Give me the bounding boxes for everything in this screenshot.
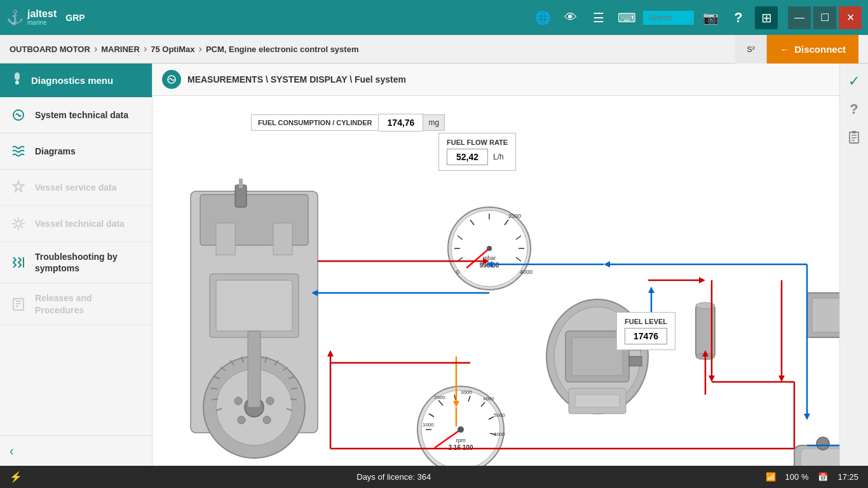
usb-icon: ⚡	[10, 471, 22, 483]
sidebar-header-label: Diagnostics menu	[31, 75, 113, 86]
vessel-technical-data-label: Vessel technical data	[35, 218, 125, 229]
svg-rect-95	[812, 298, 839, 332]
sidebar-item-troubleshooting[interactable]: Troubleshooting by symptoms	[0, 242, 152, 283]
svg-text:2000: 2000	[508, 213, 521, 219]
svg-point-34	[238, 416, 245, 424]
check-icon[interactable]: ✓	[843, 70, 865, 93]
fuel-flow-rate-value: 52,42	[447, 149, 488, 165]
logo-text: jaltest	[27, 9, 57, 19]
clipboard-icon[interactable]	[843, 126, 865, 149]
svg-line-21	[291, 388, 297, 389]
svg-text:4000: 4000	[520, 269, 532, 275]
content-header-icon	[162, 70, 181, 89]
logo-icon: ⚓	[6, 10, 24, 26]
diagrams-label: Diagrams	[35, 146, 76, 157]
svg-text:0: 0	[456, 269, 459, 275]
svg-text:2000: 2000	[434, 395, 445, 400]
close-button[interactable]: ✕	[839, 6, 862, 29]
breadcrumb-sep-1: ›	[94, 43, 97, 55]
sidebar-item-vessel-technical-data: Vessel technical data	[0, 206, 152, 242]
status-bar: ⚡ Days of licence: 364 📶 100 % 📅 17:25	[0, 466, 868, 488]
help-icon[interactable]: ?	[727, 6, 750, 29]
maximize-button[interactable]: ☐	[813, 6, 836, 29]
engine-block	[191, 179, 318, 458]
wifi-icon: 📶	[766, 472, 776, 482]
vessel-technical-data-icon	[10, 215, 27, 233]
svg-rect-137	[852, 131, 856, 133]
diagnostics-icon	[10, 71, 25, 90]
svg-point-35	[263, 416, 271, 424]
svg-text:rpm: rpm	[456, 437, 466, 444]
fuel-flow-rate-widget: FUEL FLOW RATE 52,42 L/h	[438, 133, 516, 171]
high-pressure-component	[807, 293, 839, 337]
right-panel: ✓ ?	[839, 64, 868, 466]
main-layout: Diagnostics menu System technical data	[0, 64, 868, 466]
svg-rect-82	[629, 356, 642, 366]
fuel-level-value: 17476	[625, 328, 667, 344]
question-icon[interactable]: ?	[843, 98, 865, 121]
releases-procedures-label: Releases and Procedures	[35, 292, 142, 315]
sidebar-item-releases-procedures: Releases and Procedures	[0, 283, 152, 325]
svg-rect-9	[235, 185, 247, 207]
svg-point-33	[266, 397, 274, 405]
disconnect-button[interactable]: ← Disconnect	[767, 35, 858, 64]
svg-rect-84	[575, 395, 620, 407]
camera-icon[interactable]: 📷	[699, 6, 722, 29]
breadcrumb-optimax[interactable]: 75 OptiMax	[151, 44, 194, 54]
svg-text:6000: 6000	[494, 431, 505, 437]
svg-line-29	[212, 399, 218, 400]
eye-icon[interactable]: 👁	[559, 6, 582, 29]
logo-sub: marine	[27, 19, 57, 26]
vessel-service-data-label: Vessel service data	[35, 182, 116, 193]
search-input[interactable]	[643, 11, 694, 25]
content-header: MEASUREMENTS \ SYSTEM DISPLAY \ Fuel sys…	[153, 64, 839, 96]
breadcrumb-mariner[interactable]: MARINER	[101, 44, 140, 54]
troubleshooting-label: Troubleshooting by symptoms	[35, 251, 142, 274]
fuel-consumption-unit: mg	[423, 114, 445, 131]
sidebar-item-diagrams[interactable]: Diagrams	[0, 133, 152, 170]
fuel-flow-rate-label: FUEL FLOW RATE	[447, 139, 508, 146]
disconnect-label: Disconnect	[794, 44, 846, 55]
svg-rect-89	[801, 449, 839, 466]
svg-rect-37	[216, 223, 235, 255]
rpm-gauge: 1000 2000 3000 4000 5000 6000 rpm 2 16 1…	[417, 386, 505, 466]
sidebar-header: Diagnostics menu	[0, 64, 152, 97]
breadcrumb-outboard[interactable]: OUTBOARD MOTOR	[10, 44, 90, 54]
grp-label: GRP	[65, 13, 85, 23]
fuel-level-widget: FUEL LEVEL 17476	[616, 312, 675, 350]
svg-rect-10	[239, 179, 243, 188]
svg-point-74	[458, 426, 464, 433]
sidebar: Diagnostics menu System technical data	[0, 64, 153, 466]
fuel-consumption-widget: FUEL CONSUMPTION / CYLINDER 174,76 mg	[251, 114, 445, 132]
breadcrumb-sep-3: ›	[199, 43, 202, 55]
diagram-area: 0 2000 4000 mbar 990.00	[153, 96, 839, 466]
troubleshooting-icon	[10, 254, 27, 271]
svg-line-22	[290, 399, 297, 400]
globe-icon[interactable]: 🌐	[531, 6, 554, 29]
svg-rect-38	[273, 223, 292, 255]
back-arrow-icon: ‹	[10, 444, 14, 458]
svg-rect-80	[572, 337, 623, 376]
breadcrumb-pcm[interactable]: PCM, Engine electronic control system	[206, 44, 359, 54]
minimize-button[interactable]: —	[788, 6, 811, 29]
clock: 17:25	[837, 472, 858, 482]
svg-line-28	[211, 388, 217, 389]
system-technical-data-icon	[10, 106, 27, 124]
diagrams-icon	[10, 142, 27, 160]
sidebar-item-vessel-service-data: Vessel service data	[0, 170, 152, 206]
grid-icon[interactable]: ⊞	[755, 6, 778, 29]
svg-text:2 16 100: 2 16 100	[449, 444, 473, 451]
calendar-icon: 📅	[818, 472, 828, 482]
system-technical-data-label: System technical data	[35, 109, 128, 121]
ss-icon: S²	[735, 35, 767, 64]
window-controls: — ☐ ✕	[788, 6, 862, 29]
sidebar-item-system-technical-data[interactable]: System technical data	[0, 97, 152, 133]
svg-point-32	[234, 397, 242, 405]
keyboard-icon[interactable]: ⌨	[615, 6, 638, 29]
logo: ⚓ jaltest marine GRP	[6, 9, 85, 26]
breadcrumb-bar: OUTBOARD MOTOR › MARINER › 75 OptiMax › …	[0, 35, 868, 64]
disconnect-area: S² ← Disconnect	[735, 35, 858, 64]
sidebar-back-button[interactable]: ‹	[0, 435, 152, 466]
status-bar-left: ⚡	[10, 471, 22, 483]
list-icon[interactable]: ☰	[587, 6, 610, 29]
